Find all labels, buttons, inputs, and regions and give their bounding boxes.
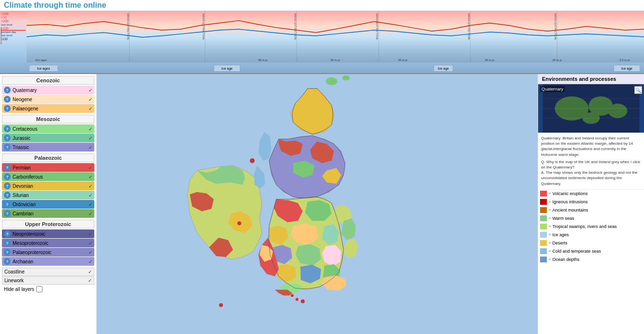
warm-arrow: » [549, 216, 551, 220]
time-label-5: 35 m.yr [485, 59, 495, 61]
cold-label: Cold and temperate seas [552, 249, 642, 254]
period-palaeoproterozoic[interactable]: ? Palaeoproterozoic ✓ [2, 248, 94, 257]
time-label-4: 45 m.yr [398, 59, 408, 61]
tropical-color [540, 224, 547, 229]
ice-age-1: Ice ages [29, 65, 58, 72]
devonian-label: Devonian [13, 183, 88, 189]
deserts-arrow: » [549, 241, 551, 245]
time-label-2: 38 m.yr [258, 59, 268, 61]
tropical-arrow: » [549, 224, 551, 228]
period-quaternary[interactable]: ? Quaternary ✓ [2, 86, 94, 94]
hide-all-row[interactable]: Hide all layers [2, 285, 94, 293]
jurassic-check: ✓ [88, 136, 92, 141]
permian-check: ✓ [88, 165, 92, 170]
y-label-minus100: -100 [1, 37, 26, 41]
volcanic-arrow: » [549, 191, 551, 196]
legend-ancient[interactable]: » Ancient mountains [538, 206, 644, 214]
legend-ocean[interactable]: » Ocean depths [538, 256, 644, 263]
mass-ext-label-5: MASS EXTINCTION [468, 14, 470, 40]
cold-color [540, 248, 547, 254]
neoproterozoic-icon: ? [4, 230, 11, 237]
right-panel: Environments and processes [538, 74, 644, 334]
linework-label: Linework [4, 278, 87, 283]
zoom-button[interactable]: 🔍 [634, 86, 642, 94]
palaeogene-icon: ? [4, 105, 11, 112]
upper-proterozoic-section: Upper Proterozoic ? Neoproterozoic ✓ ? M… [2, 220, 94, 266]
archaean-icon: ? [4, 258, 11, 265]
legend-volcanic[interactable]: » Volcanic eruptions [538, 190, 644, 197]
legend: » Volcanic eruptions » Igneous intrusion… [538, 190, 644, 263]
period-cambrian[interactable]: ? Cambrian ✓ [2, 209, 94, 218]
env-desc-answer: A. The map shows only the bedrock geolog… [541, 170, 641, 186]
hide-all-checkbox[interactable] [36, 286, 43, 292]
main-content: Cenozoic ? Quaternary ✓ ? Neogene ✓ ? Pa… [0, 74, 644, 334]
env-description: Quaternary: Britain and Ireland occupy t… [538, 133, 644, 190]
cretaceous-check: ✓ [88, 126, 92, 132]
period-ordovician[interactable]: ? Ordovician ✓ [2, 200, 94, 209]
chart-area: MASS EXTINCTION MASS EXTINCTION MASS EXT… [27, 11, 644, 62]
period-permian[interactable]: ? Permian ✓ [2, 163, 94, 172]
cambrian-label: Cambrian [13, 211, 88, 216]
archaean-check: ✓ [88, 259, 92, 264]
legend-cold[interactable]: » Cold and temperate seas [538, 247, 644, 255]
period-silurian[interactable]: ? Silurian ✓ [2, 191, 94, 199]
coastline-row[interactable]: Coastline ✓ [2, 268, 94, 276]
period-devonian[interactable]: ? Devonian ✓ [2, 182, 94, 190]
mass-ext-label-2: MASS EXTINCTION [202, 14, 205, 40]
period-mesoproterozoic[interactable]: ? Mesoproterozoic ✓ [2, 239, 94, 247]
mesoproterozoic-icon: ? [4, 240, 11, 246]
period-neoproterozoic[interactable]: ? Neoproterozoic ✓ [2, 229, 94, 238]
uk-map-svg [97, 74, 538, 334]
carboniferous-check: ✓ [88, 174, 92, 180]
hide-all-label: Hide all layers [4, 287, 34, 292]
legend-igneous[interactable]: » Igneous intrusions [538, 198, 644, 206]
legend-ice[interactable]: » Ice ages [538, 231, 644, 239]
time-label-6: 25 m.yr [552, 59, 562, 61]
period-carboniferous[interactable]: ? Carboniferous ✓ [2, 172, 94, 181]
svg-point-8 [295, 298, 298, 301]
y-label-100: +100 [1, 27, 26, 30]
period-neogene[interactable]: ? Neogene ✓ [2, 95, 94, 104]
time-label-7: 2.5 m.yr [619, 59, 630, 61]
archaean-label: Archaean [13, 259, 88, 264]
header: Climate through time online [0, 0, 644, 11]
igneous-label: Igneous intrusions [552, 199, 642, 204]
ice-age-3: Ice age [434, 65, 453, 72]
ocean-arrow: » [549, 257, 551, 261]
mesoproterozoic-label: Mesoproterozoic [13, 241, 88, 246]
neogene-check: ✓ [88, 97, 92, 102]
env-processes-title: Environments and processes [542, 76, 616, 82]
legend-tropical[interactable]: » Tropical swamps, rivers and seas [538, 223, 644, 230]
quaternary-check: ✓ [88, 88, 92, 93]
ice-ages-bar: Ice ages Ice age Ice age Ice age [27, 63, 644, 73]
env-processes-header: Environments and processes [538, 74, 644, 84]
legend-deserts[interactable]: » Deserts [538, 239, 644, 247]
triassic-check: ✓ [88, 145, 92, 150]
quaternary-label: Quaternary [13, 88, 88, 93]
period-triassic[interactable]: ? Triassic ✓ [2, 143, 94, 152]
period-palaeogene[interactable]: ? Palaeogene ✓ [2, 104, 94, 113]
carboniferous-label: Carboniferous [13, 174, 88, 180]
period-archaean[interactable]: ? Archaean ✓ [2, 257, 94, 266]
y-label-sea: sea level [1, 23, 26, 27]
palaeoproterozoic-check: ✓ [88, 250, 92, 255]
palaeoproterozoic-icon: ? [4, 249, 11, 256]
linework-row[interactable]: Linework ✓ [2, 276, 94, 285]
ancient-label: Ancient mountains [552, 208, 642, 213]
volcanic-label: Volcanic eruptions [552, 191, 642, 196]
globe-container[interactable]: Quaternary 🔍 [538, 84, 644, 133]
svg-point-7 [291, 294, 293, 297]
palaeozoic-title: Palaeozoic [2, 153, 94, 162]
map-area[interactable] [97, 74, 538, 334]
mass-ext-label-1: MASS EXTINCTION [127, 14, 130, 40]
ordovician-check: ✓ [88, 202, 92, 207]
legend-warm[interactable]: » Warm seas [538, 214, 644, 222]
timeline[interactable]: +200+°C+200 sea level +100 present day s… [0, 11, 644, 74]
tropical-label: Tropical swamps, rivers and seas [552, 224, 642, 229]
svg-point-9 [301, 299, 305, 303]
coastline-check: ✓ [88, 269, 92, 274]
period-jurassic[interactable]: ? Jurassic ✓ [2, 134, 94, 142]
linework-check: ✓ [88, 278, 92, 283]
period-cretaceous[interactable]: ? Cretaceous ✓ [2, 124, 94, 133]
sidebar[interactable]: Cenozoic ? Quaternary ✓ ? Neogene ✓ ? Pa… [0, 74, 97, 334]
